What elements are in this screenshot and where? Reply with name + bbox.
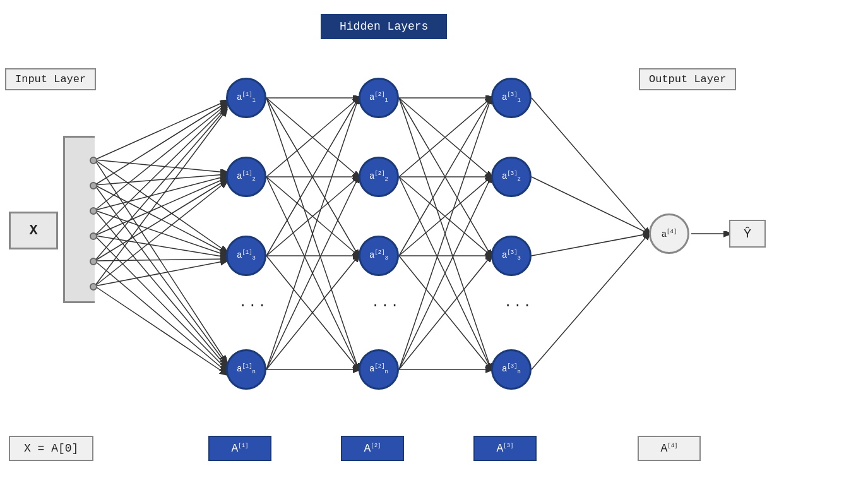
input-layer-label: Input Layer <box>5 68 96 90</box>
bottom-label-a1: A[1] <box>208 436 271 461</box>
y-hat-label: Ŷ <box>729 220 766 248</box>
neuron-l1-2: a[1]2 <box>226 157 266 197</box>
svg-line-17 <box>95 261 226 286</box>
dots-l1: ··· <box>239 298 268 314</box>
svg-line-19 <box>95 185 226 364</box>
neuron-l3-n: a[3]n <box>491 349 532 390</box>
svg-line-7 <box>95 174 226 185</box>
svg-line-57 <box>532 177 649 234</box>
neuron-l2-2: a[2]2 <box>359 157 399 197</box>
svg-line-58 <box>532 234 649 256</box>
input-dot-6 <box>90 283 97 291</box>
neuron-l2-1: a[2]1 <box>359 78 399 118</box>
svg-line-0 <box>95 101 226 160</box>
svg-line-56 <box>532 98 649 234</box>
input-dot-2 <box>90 182 97 189</box>
neuron-l3-2: a[3]2 <box>491 157 532 197</box>
x-input-box: X <box>9 212 58 249</box>
input-dot-5 <box>90 258 97 265</box>
bottom-label-a3: A[3] <box>473 436 537 461</box>
neuron-l2-n: a[2]n <box>359 349 399 390</box>
svg-line-21 <box>95 236 226 369</box>
neuron-output: a[4] <box>649 213 689 254</box>
neuron-l3-1: a[3]1 <box>491 78 532 118</box>
neuron-l1-3: a[1]3 <box>226 236 266 276</box>
svg-line-13 <box>95 185 226 253</box>
svg-line-3 <box>95 107 226 236</box>
dots-l2: ··· <box>371 298 400 314</box>
neuron-l2-3: a[2]3 <box>359 236 399 276</box>
dots-l3: ··· <box>504 298 533 314</box>
bottom-label-a4: A[4] <box>638 436 701 461</box>
neuron-l1-n: a[1]n <box>226 349 266 390</box>
bottom-label-a2: A[2] <box>341 436 404 461</box>
neuron-l3-3: a[3]3 <box>491 236 532 276</box>
output-layer-label: Output Layer <box>639 68 736 90</box>
svg-line-9 <box>95 178 226 236</box>
hidden-layers-label: Hidden Layers <box>321 14 447 39</box>
svg-line-22 <box>95 261 226 371</box>
input-dot-1 <box>90 157 97 164</box>
svg-line-15 <box>95 236 226 257</box>
svg-line-2 <box>95 105 226 210</box>
input-dot-4 <box>90 232 97 240</box>
svg-line-23 <box>95 286 226 374</box>
input-dot-3 <box>90 207 97 215</box>
svg-line-1 <box>95 103 226 185</box>
svg-line-59 <box>532 234 649 369</box>
bottom-label-x: X = A[0] <box>9 436 93 461</box>
neuron-l1-1: a[1]1 <box>226 78 266 118</box>
